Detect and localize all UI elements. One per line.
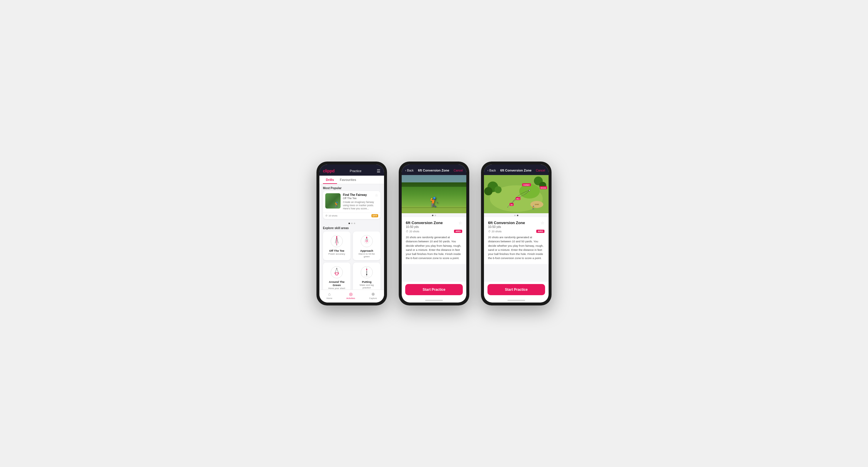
atg-icon [330, 266, 343, 279]
drill-hero-photo: 🏌️ [402, 175, 466, 213]
img-dot-3-2 [517, 215, 518, 216]
start-practice-button-3[interactable]: Start Practice [488, 284, 545, 295]
nav-home[interactable]: ⌂ Home [327, 292, 332, 300]
start-practice-button[interactable]: Start Practice [405, 284, 463, 295]
shots-row: ⏱ 20 shots ARG [406, 230, 462, 233]
shots-label-3: ⏱ 20 shots [488, 230, 502, 233]
timer-icon-3: ⏱ [488, 230, 491, 233]
cancel-button-3[interactable]: Cancel [536, 169, 545, 172]
back-button-3[interactable]: ‹ Back [488, 169, 496, 172]
skill-card-putting[interactable]: Putting Make and lag practice [353, 263, 380, 290]
back-button[interactable]: ‹ Back [405, 169, 414, 172]
atg-desc: Hone your short game [325, 287, 348, 290]
phone-2-screen: ‹ Back 6ft Conversion Zone Cancel 🏌️ [402, 165, 466, 302]
title-fav-row-3: 6ft Conversion Zone 10-50 yds ☆ [488, 221, 545, 230]
favourite-star[interactable]: ☆ [458, 221, 462, 225]
phone1-body: Most Popular Find The Fairway Off The Te… [319, 184, 384, 290]
skills-grid: Off The Tee Power accuracy [319, 231, 384, 290]
shots-label: ⏱ 20 shots [406, 230, 419, 233]
svg-point-4 [336, 236, 337, 237]
svg-point-5 [336, 245, 337, 245]
drill-hero-map: FAIRWAY ROUGH Hit Miss SAND 🏌️ [484, 175, 549, 213]
cancel-button[interactable]: Cancel [454, 169, 463, 172]
svg-point-32 [484, 187, 493, 195]
image-carousel-dots-3 [484, 213, 549, 217]
drill-description-3: 20 shots are randomly generated at dista… [488, 235, 545, 261]
home-label: Home [327, 297, 332, 300]
home-icon: ⌂ [328, 292, 331, 296]
drill-title-3: 6ft Conversion Zone [488, 221, 525, 225]
drill-info-card-3: 6ft Conversion Zone 10-50 yds ☆ ⏱ 20 sho… [484, 217, 549, 264]
course-map-svg: FAIRWAY ROUGH Hit Miss SAND 🏌️ [484, 175, 549, 213]
sky [402, 175, 466, 182]
drill-info-card: 6ft Conversion Zone 10-50 yds ☆ ⏱ 20 sho… [402, 217, 466, 264]
clock-icon: ⏱ [325, 214, 328, 217]
timer-icon: ⏱ [406, 230, 408, 233]
svg-text:🏌️: 🏌️ [531, 205, 536, 210]
explore-label: Explore skill areas [319, 225, 384, 231]
menu-icon[interactable]: ☰ [377, 169, 380, 173]
shots-count: ⏱ 10 shots [325, 214, 337, 217]
card-info: Find The Fairway Off The Tee ☆ Create an… [343, 193, 378, 210]
arg-badge: ARG [454, 230, 462, 233]
svg-point-25 [366, 274, 367, 275]
svg-point-19 [335, 273, 336, 274]
putting-svg [360, 266, 373, 279]
skill-card-atg[interactable]: Around The Green Hone your short game [323, 263, 350, 290]
img-dot-2 [435, 215, 436, 216]
nav-activities[interactable]: ◎ Activities [346, 292, 355, 300]
approach-icon [360, 234, 373, 248]
favourite-icon[interactable]: ☆ [375, 193, 378, 197]
phone3-header: ‹ Back 6ft Conversion Zone Cancel [484, 165, 549, 175]
tabs-bar: Drills Favourites [319, 176, 384, 184]
svg-text:Miss: Miss [516, 198, 520, 200]
phone-2: ‹ Back 6ft Conversion Zone Cancel 🏌️ [399, 162, 469, 305]
ott-svg [330, 234, 343, 248]
svg-point-20 [338, 273, 339, 274]
tab-favourites[interactable]: Favourites [337, 176, 360, 184]
bottom-nav: ⌂ Home ◎ Activities ⊕ Capture [319, 290, 384, 302]
favourite-star-3[interactable]: ☆ [541, 221, 545, 225]
dot-1 [348, 223, 350, 224]
svg-point-46 [529, 190, 530, 191]
image-carousel-dots [402, 213, 466, 217]
svg-point-23 [366, 269, 367, 270]
atg-svg [330, 266, 343, 279]
card-inner: Find The Fairway Off The Tee ☆ Create an… [323, 191, 380, 213]
dot-2 [351, 223, 352, 224]
shots-row-3: ⏱ 20 shots ARG [488, 230, 545, 233]
tab-drills[interactable]: Drills [323, 176, 337, 184]
drill-range: 10-50 yds [406, 225, 443, 229]
nav-capture[interactable]: ⊕ Capture [369, 292, 377, 300]
drill-thumbnail [325, 193, 341, 208]
card-footer: ⏱ 10 shots OTT [323, 213, 380, 219]
approach-desc: Dial-in to hit the green [355, 253, 378, 258]
drill-description: Create an imaginary fairway using trees … [343, 201, 378, 210]
skill-card-approach[interactable]: Approach Dial-in to hit the green [353, 231, 380, 260]
capture-icon: ⊕ [371, 292, 375, 296]
svg-point-9 [366, 240, 368, 242]
svg-point-12 [366, 237, 367, 238]
putting-icon [360, 266, 373, 279]
home-indicator [425, 300, 443, 301]
drill-title: 6ft Conversion Zone [406, 221, 443, 225]
drill-description: 20 shots are randomly generated at dista… [406, 235, 462, 261]
drill-subtitle: Off The Tee [343, 197, 367, 200]
phone2-header: ‹ Back 6ft Conversion Zone Cancel [402, 165, 466, 175]
drill-title-group-3: 6ft Conversion Zone 10-50 yds [488, 221, 525, 230]
svg-text:ROUGH: ROUGH [541, 187, 546, 189]
golf-image [325, 193, 341, 208]
phone1-header: clippd Practice ☰ [319, 165, 384, 176]
category-badge: OTT [371, 214, 378, 218]
skill-card-ott[interactable]: Off The Tee Power accuracy [323, 231, 350, 260]
most-popular-label: Most Popular [319, 184, 384, 191]
header-title: Practice [350, 169, 362, 173]
capture-label: Capture [369, 297, 377, 300]
phone-3-screen: ‹ Back 6ft Conversion Zone Cancel [484, 165, 549, 302]
svg-point-24 [366, 271, 367, 273]
phone-1: clippd Practice ☰ Drills Favourites Most… [316, 162, 387, 305]
featured-drill-card[interactable]: Find The Fairway Off The Tee ☆ Create an… [323, 191, 380, 219]
phone2-body: 🏌️ 6ft Conversion Zone 10-50 yds ☆ [402, 175, 466, 282]
golfer-figure: 🏌️ [428, 197, 441, 209]
approach-svg [360, 234, 373, 248]
